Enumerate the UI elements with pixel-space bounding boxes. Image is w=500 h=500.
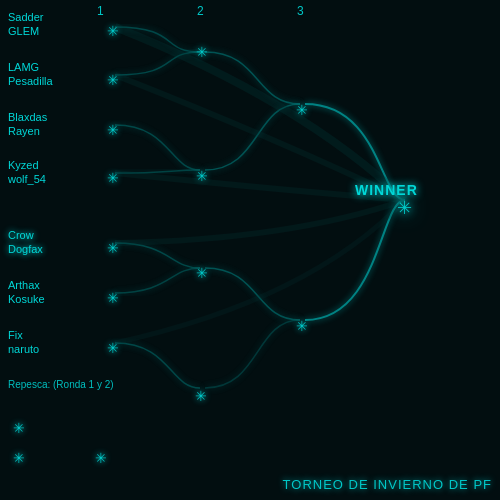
tournament-title: TORNEO DE INVIERNO DE PF: [283, 477, 492, 492]
col-header-1: 1: [97, 4, 104, 18]
snowflake-icon-7: ✳: [397, 197, 412, 219]
snowflake-icon-12: ✳: [107, 340, 119, 356]
team-sadder-glem: Sadder GLEM: [8, 10, 43, 39]
team-blaxdas-rayen: Blaxdas Rayen: [8, 110, 47, 139]
snowflake-icon-9: ✳: [196, 265, 208, 281]
snowflake-icon-5: ✳: [196, 168, 208, 184]
snowflake-icon-13: ✳: [195, 388, 207, 404]
winner-label: WINNER: [355, 182, 418, 198]
snowflake-icon-16: ✳: [95, 450, 107, 466]
team-lamg-pesadilla: LAMG Pesadilla: [8, 60, 53, 89]
bracket-svg: [0, 0, 500, 500]
team-kyzed-wolf54: Kyzed wolf_54: [8, 158, 46, 187]
snowflake-icon-14: ✳: [13, 420, 25, 436]
team-crow-dogfax: Crow Dogfax: [8, 228, 43, 257]
snowflake-icon-0: ✳: [107, 23, 119, 39]
col-header-3: 3: [297, 4, 304, 18]
snowflake-icon-2: ✳: [107, 72, 119, 88]
snowflake-icon-15: ✳: [13, 450, 25, 466]
snowflake-icon-4: ✳: [107, 122, 119, 138]
team-repesca: Repesca: (Ronda 1 y 2): [8, 378, 114, 391]
snowflake-icon-8: ✳: [107, 240, 119, 256]
team-arthax-kosuke: Arthax Kosuke: [8, 278, 45, 307]
snowflake-icon-10: ✳: [107, 290, 119, 306]
snowflake-icon-1: ✳: [196, 44, 208, 60]
team-fix-naruto: Fix naruto: [8, 328, 39, 357]
snowflake-icon-3: ✳: [296, 102, 308, 118]
snowflake-icon-6: ✳: [107, 170, 119, 186]
tournament-container: 1 2 3 Sadder GLEM LAMG Pesadilla Blaxdas…: [0, 0, 500, 500]
snowflake-icon-11: ✳: [296, 318, 308, 334]
col-header-2: 2: [197, 4, 204, 18]
